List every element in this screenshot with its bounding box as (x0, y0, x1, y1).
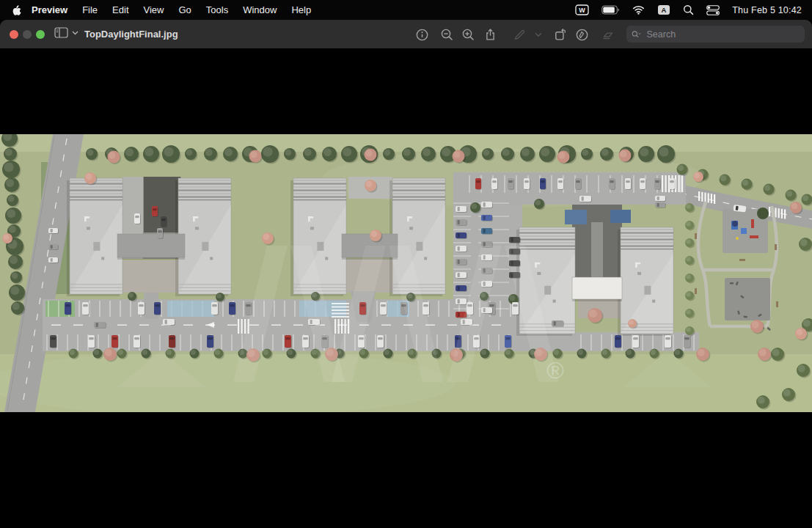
w-app-menu-icon[interactable]: W (575, 4, 589, 15)
search-input[interactable] (645, 29, 800, 40)
apple-icon (10, 4, 21, 16)
minimize-window-button[interactable] (23, 30, 32, 39)
menu-item-window[interactable]: Window (235, 4, 284, 15)
document-title: TopDaylightFinal.jpg (84, 20, 178, 48)
wifi-icon[interactable] (632, 5, 645, 15)
site-plan-image: ® (0, 134, 812, 412)
menu-item-preview[interactable]: Preview (24, 4, 75, 15)
sidebar-toggle-button[interactable] (54, 26, 78, 39)
search-field[interactable] (626, 26, 805, 43)
menu-item-edit[interactable]: Edit (105, 4, 136, 15)
zoom-in-icon[interactable] (461, 27, 475, 42)
sidebar-icon (54, 26, 68, 39)
menu-item-go[interactable]: Go (171, 4, 198, 15)
menu-status-area: W A (575, 4, 802, 15)
svg-text:A: A (662, 6, 667, 14)
menu-bar: Preview File Edit View Go Tools Window H… (0, 0, 812, 20)
search-icon (632, 30, 642, 39)
info-icon[interactable] (414, 27, 429, 42)
zoom-out-icon[interactable] (439, 27, 454, 42)
menu-item-file[interactable]: File (75, 4, 105, 15)
close-window-button[interactable] (10, 30, 18, 39)
apple-menu[interactable] (10, 4, 24, 16)
screen: Preview File Edit View Go Tools Window H… (0, 0, 812, 528)
battery-icon[interactable] (601, 5, 620, 15)
menu-left: Preview File Edit View Go Tools Window H… (10, 4, 318, 16)
share-icon[interactable] (483, 27, 497, 42)
image-viewport: ® (0, 48, 812, 528)
menu-item-tools[interactable]: Tools (199, 4, 235, 15)
svg-text:W: W (579, 7, 586, 14)
menu-clock[interactable]: Thu Feb 5 10:42 (732, 5, 802, 15)
menu-item-view[interactable]: View (136, 4, 172, 15)
window-titlebar: TopDaylightFinal.jpg (0, 20, 812, 48)
spotlight-search-icon[interactable] (683, 4, 694, 15)
chevron-down-icon (72, 31, 78, 35)
menu-item-help[interactable]: Help (284, 4, 318, 15)
markup-pencil-icon[interactable] (512, 27, 527, 42)
highlight-icon[interactable] (601, 27, 615, 42)
control-center-icon[interactable] (706, 5, 720, 15)
markup-dropdown-chevron-icon[interactable] (531, 27, 546, 42)
input-source-icon[interactable]: A (657, 4, 670, 15)
markup-toolbar-icon[interactable] (574, 27, 589, 42)
zoom-window-button[interactable] (36, 30, 45, 39)
rotate-icon[interactable] (552, 27, 567, 42)
